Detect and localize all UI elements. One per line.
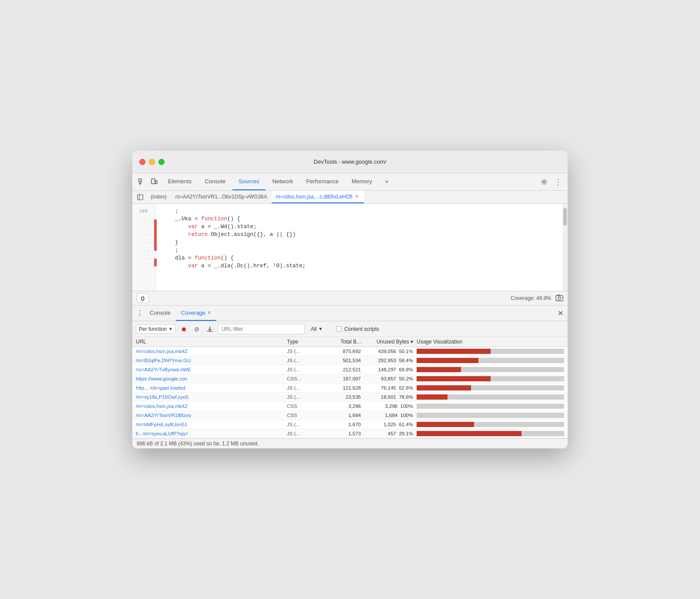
record-button[interactable]: ⏺ — [178, 324, 189, 334]
maximize-button[interactable] — [158, 159, 165, 165]
cell-viz — [413, 358, 564, 363]
table-body: /m=cdos,hsm,jsa,mb4Z JS (... 875,692 439… — [132, 347, 568, 438]
used-bar — [417, 358, 478, 363]
table-row[interactable]: /m=cdos,hsm,jsa,mb4Z CSS 3,296 3,296 100… — [132, 402, 568, 411]
cell-viz — [413, 413, 564, 418]
code-scrollbar[interactable] — [562, 204, 568, 291]
file-tab-rs[interactable]: rs=AA2YrTssrVR1...Obv1DSp-vWG36A — [171, 191, 272, 203]
cell-url: /m=cdos,hsm,jsa,mb4Z — [136, 349, 287, 354]
table-row[interactable]: /rs=AA2YrTssrVR1lBtzoy CSS 1,684 1,684 1… — [132, 411, 568, 420]
table-row[interactable]: http... /cb=gapi.loaded. JS (... 121,628… — [132, 384, 568, 393]
panel-tabs: ⋮ Console Coverage ✕ ✕ — [132, 306, 568, 321]
title-bar: DevTools - www.google.com/ — [132, 151, 568, 173]
dropdown-arrow-icon: ▼ — [318, 326, 323, 331]
table-row[interactable]: https://www.google.con CSS... 187,097 93… — [132, 374, 568, 384]
content-scripts-checkbox-label[interactable]: Content scripts — [336, 326, 379, 332]
cell-unused: 439,056 50.1% — [361, 349, 413, 354]
cell-total: 1,670 — [322, 422, 361, 427]
svg-rect-3 — [151, 179, 155, 184]
used-bar — [417, 422, 474, 427]
cell-unused: 148,297 69.8% — [361, 367, 413, 372]
table-row[interactable]: /m=sy18x,P10Owf,syo5 JS (... 23,535 18,5… — [132, 393, 568, 402]
header-total: Total B... — [322, 339, 361, 345]
cell-total: 121,628 — [322, 385, 361, 390]
cell-url: /rs=AA2YrTssrVR1lBtzoy — [136, 413, 287, 418]
cell-viz — [413, 367, 564, 372]
cell-url: /m=B2qlPe,DhPYme,GU — [136, 358, 287, 363]
coverage-percentage: Coverage: 49.9% — [511, 295, 551, 301]
tab-network[interactable]: Network — [266, 173, 300, 190]
cell-total: 875,692 — [322, 349, 361, 354]
url-filter-input[interactable] — [218, 324, 305, 334]
cell-type: JS (... — [287, 431, 322, 436]
code-content: ; _.Uka = function() { var a = _.Wd().st… — [157, 204, 562, 291]
cell-url: http... /cb=gapi.loaded. — [136, 385, 287, 390]
clear-button[interactable]: ⊘ — [192, 324, 202, 334]
tab-more[interactable]: » — [379, 173, 394, 190]
scroll-thumb[interactable] — [563, 208, 567, 225]
coverage-toolbar: Per function ▼ ⏺ ⊘ All ▼ Content scripts — [132, 321, 568, 337]
usage-bar — [417, 413, 564, 418]
table-row[interactable]: /m=kMFpHd,sy8l,bm51 JS (... 1,670 1,025 … — [132, 420, 568, 429]
cell-unused: 1,684 100% — [361, 413, 413, 418]
tab-console[interactable]: Console — [199, 173, 232, 190]
cell-type: CSS... — [287, 376, 322, 381]
file-tab-close-icon[interactable]: ✕ — [354, 193, 360, 200]
cell-url: h.../m=syev,aLUfP?xjs= — [136, 431, 287, 436]
table-row[interactable]: /m=B2qlPe,DhPYme,GU JS (... 501,534 292,… — [132, 356, 568, 365]
panel-close-button[interactable]: ✕ — [555, 309, 565, 318]
usage-bar — [417, 349, 564, 354]
file-tab-index[interactable]: (index) — [146, 191, 171, 203]
content-scripts-checkbox[interactable] — [336, 326, 342, 332]
close-button[interactable] — [139, 159, 145, 165]
screenshot-icon — [555, 294, 563, 301]
table-row[interactable]: /rs=AA2YrTvBynad-nWE JS (... 212,521 148… — [132, 365, 568, 374]
cell-unused: 1,025 61.4% — [361, 422, 413, 427]
cell-total: 501,534 — [322, 358, 361, 363]
cell-type: JS (... — [287, 349, 322, 354]
gear-icon — [541, 178, 548, 185]
svg-point-5 — [543, 181, 545, 183]
header-viz: Usage Visualization — [413, 339, 564, 345]
tab-sources[interactable]: Sources — [232, 173, 266, 190]
cell-viz — [413, 404, 564, 409]
table-row[interactable]: h.../m=syev,aLUfP?xjs= JS (... 1,573 457… — [132, 429, 568, 438]
cell-type: JS (... — [287, 358, 322, 363]
cell-unused: 76,145 62.6% — [361, 385, 413, 390]
per-function-dropdown[interactable]: Per function ▼ — [136, 324, 176, 334]
cell-total: 1,573 — [322, 431, 361, 436]
panel-tab-close-icon[interactable]: ✕ — [207, 310, 211, 316]
coverage-table: URL Type Total B... Unused Bytes ▾ Usage… — [132, 337, 568, 438]
format-button[interactable]: {} — [137, 293, 149, 303]
sidebar-icon — [137, 194, 143, 200]
code-area: 180 - - - - - - - ; _.Uka = function() {… — [132, 204, 568, 291]
download-button[interactable] — [205, 324, 215, 334]
sidebar-toggle[interactable] — [134, 191, 146, 203]
usage-bar — [417, 404, 564, 409]
cell-url: https://www.google.con — [136, 376, 287, 381]
cell-total: 23,535 — [322, 394, 361, 400]
panel-tab-coverage[interactable]: Coverage ✕ — [176, 306, 216, 321]
chevron-down-icon: ▼ — [168, 326, 173, 331]
inspect-icon — [138, 178, 145, 185]
main-toolbar: Elements Console Sources Network Perform… — [132, 173, 568, 191]
all-dropdown[interactable]: All ▼ — [307, 325, 333, 333]
table-row[interactable]: /m=cdos,hsm,jsa,mb4Z JS (... 875,692 439… — [132, 347, 568, 356]
minimize-button[interactable] — [149, 159, 155, 165]
tab-performance[interactable]: Performance — [300, 173, 344, 190]
panel-tab-console[interactable]: Console — [145, 306, 176, 321]
tab-memory[interactable]: Memory — [346, 173, 378, 190]
screenshot-button[interactable] — [555, 294, 563, 303]
status-text: 886 kB of 2.1 MB (43%) used so far, 1.2 … — [137, 441, 259, 447]
main-tabs: Elements Console Sources Network Perform… — [162, 173, 394, 190]
inspect-element-button[interactable] — [136, 176, 148, 188]
panel-menu-button[interactable]: ⋮ — [135, 309, 145, 318]
settings-button[interactable] — [538, 176, 550, 188]
file-tab-m-cdos[interactable]: m=cdos,hsm,jsa,...c,dtl0hd,eHDfl ✕ — [272, 191, 364, 203]
tab-elements[interactable]: Elements — [162, 173, 198, 190]
usage-bar — [417, 394, 564, 400]
usage-bar — [417, 367, 564, 372]
more-options-button[interactable]: ⋮ — [552, 176, 564, 188]
used-bar — [417, 394, 448, 400]
device-toggle-button[interactable] — [148, 176, 160, 188]
